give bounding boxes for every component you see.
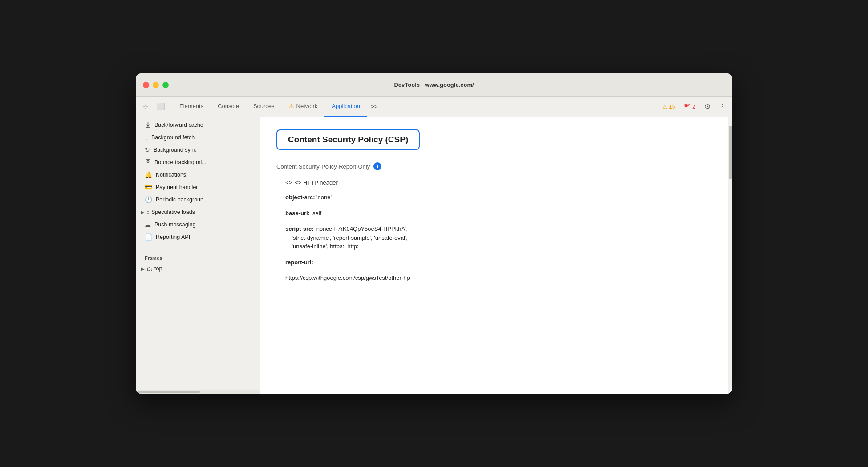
sidebar-item-back-forward-cache[interactable]: 🗄 Back/forward cache [136,119,260,131]
tab-elements[interactable]: Elements [172,97,211,117]
script-src-value: 'nonce-I-7rK04QpY5oeS4-HPPkhA', [314,225,408,232]
reporting-api-icon: 📄 [145,234,152,241]
report-uri-key: report-uri: [285,259,313,266]
main-content: 🗄 Back/forward cache ↕ Background fetch … [136,117,732,394]
tab-sources[interactable]: Sources [246,97,282,117]
object-src-value: 'none' [315,194,332,201]
speculative-loads-icon: ↕ [146,209,150,216]
maximize-button[interactable] [162,82,169,88]
content-wrapper: Content Security Policy (CSP) Content-Se… [260,117,728,394]
http-header-row: <> <> HTTP header [285,179,712,186]
devtools-window: DevTools - www.google.com/ ⊹ ⬜ Elements … [136,73,732,394]
policy-report-uri-value: https://csp.withgoogle.com/csp/gwsTest/o… [285,274,712,282]
sidebar-item-bounce-tracking[interactable]: 🗄 Bounce tracking mi... [136,156,260,169]
content-panel: Content Security Policy (CSP) Content-Se… [260,117,728,394]
bounce-tracking-icon: 🗄 [145,159,151,166]
tab-sources-label: Sources [253,103,275,109]
sidebar-item-reporting-api[interactable]: 📄 Reporting API [136,231,260,243]
sidebar-item-push-messaging[interactable]: ☁ Push messaging [136,218,260,231]
tab-console-label: Console [218,103,239,109]
sidebar-item-label: Payment handler [156,184,198,190]
policy-base-uri: base-uri: 'self' [285,209,712,218]
csp-header-row: Content-Security-Policy-Report-Only i [276,162,712,170]
title-bar: DevTools - www.google.com/ [136,73,732,97]
tabs-right-controls: ⚠ 15 🚩 2 ⚙ ⋮ [656,97,729,117]
base-uri-key: base-uri: [285,210,310,217]
tab-elements-label: Elements [179,103,203,109]
sidebar-item-label: Background fetch [151,134,195,141]
sidebar-item-label: Push messaging [154,221,195,228]
policy-label: Content-Security-Policy-Report-Only [276,163,370,170]
sidebar-item-label: Speculative loads [151,209,195,215]
window-title: DevTools - www.google.com/ [394,81,474,88]
device-toolbar-button[interactable]: ⬜ [154,101,167,113]
sidebar-item-label: Reporting API [156,234,190,240]
content-scrollbar-thumb [729,126,732,179]
csp-title: Content Security Policy (CSP) [288,135,408,144]
policy-script-src: script-src: 'nonce-I-7rK04QpY5oeS4-HPPkh… [285,225,712,251]
more-tabs-button[interactable]: >> [367,97,381,117]
background-sync-icon: ↻ [145,146,150,153]
info-icon[interactable]: i [373,162,381,170]
sidebar: 🗄 Back/forward cache ↕ Background fetch … [136,117,260,394]
error-count: 2 [692,104,695,110]
traffic-lights [143,82,169,88]
script-src-value-2: 'strict-dynamic', 'report-sample', 'unsa… [285,234,408,241]
report-uri-url: https://csp.withgoogle.com/csp/gwsTest/o… [285,274,410,281]
sidebar-item-label: Background sync [154,147,196,153]
sidebar-item-label: Bounce tracking mi... [154,159,207,165]
error-icon: 🚩 [684,104,690,110]
device-icon: ⬜ [157,103,165,111]
frames-top-icon: 🗂 [146,265,153,272]
sidebar-item-label: Periodic backgroun... [156,197,208,203]
network-warning-icon: ⚠ [289,103,294,109]
content-scrollbar[interactable] [728,117,732,394]
sidebar-item-payment-handler[interactable]: 💳 Payment handler [136,181,260,193]
inspect-icon: ⊹ [143,103,149,111]
close-button[interactable] [143,82,149,88]
back-forward-cache-icon: 🗄 [145,121,151,129]
frames-section-header: Frames [136,251,260,262]
base-uri-value: 'self' [310,210,323,217]
sidebar-scrollbar-thumb [138,391,200,393]
sidebar-item-speculative-loads[interactable]: ▶ ↕ Speculative loads [136,206,260,218]
inspect-element-button[interactable]: ⊹ [139,101,152,113]
background-fetch-icon: ↕ [145,134,148,141]
sidebar-item-notifications[interactable]: 🔔 Notifications [136,169,260,181]
frames-top-label: top [154,266,162,272]
code-brackets-icon: <> [285,179,292,186]
tab-application[interactable]: Application [324,97,367,117]
frames-expand-arrow-icon: ▶ [141,266,145,271]
policy-object-src: object-src: 'none' [285,193,712,202]
csp-policy-block: object-src: 'none' base-uri: 'self' scri… [276,193,712,282]
errors-button[interactable]: 🚩 2 [681,102,698,111]
minimize-button[interactable] [153,82,159,88]
policy-report-uri: report-uri: [285,258,712,267]
sidebar-scroll[interactable]: 🗄 Back/forward cache ↕ Background fetch … [136,117,260,390]
http-header-label: <> HTTP header [295,179,338,186]
more-options-icon: ⋮ [719,102,726,111]
tabs-bar: ⊹ ⬜ Elements Console Sources ⚠ Network A… [136,97,732,117]
more-options-button[interactable]: ⋮ [716,101,729,113]
sidebar-item-frames-top[interactable]: ▶ 🗂 top [136,262,260,275]
sidebar-item-label: Notifications [156,172,186,178]
more-tabs-icon: >> [371,103,377,110]
devtools-icon-buttons: ⊹ ⬜ [139,97,172,117]
tab-network-label: Network [296,103,318,109]
sidebar-bottom-scrollbar[interactable] [136,390,260,394]
warnings-button[interactable]: ⚠ 15 [659,102,678,111]
sidebar-item-background-sync[interactable]: ↻ Background sync [136,144,260,156]
script-src-value-3: 'unsafe-inline', https:, http: [285,243,359,250]
settings-icon: ⚙ [704,102,710,111]
tab-network[interactable]: ⚠ Network [282,97,325,117]
notifications-icon: 🔔 [145,171,152,178]
tab-console[interactable]: Console [211,97,246,117]
settings-button[interactable]: ⚙ [701,101,714,113]
sidebar-item-background-fetch[interactable]: ↕ Background fetch [136,131,260,144]
sidebar-item-periodic-background[interactable]: 🕐 Periodic backgroun... [136,193,260,206]
periodic-background-icon: 🕐 [145,196,152,203]
csp-title-box: Content Security Policy (CSP) [276,129,420,150]
sidebar-item-label: Back/forward cache [154,122,203,128]
payment-handler-icon: 💳 [145,184,152,191]
main-tabs: Elements Console Sources ⚠ Network Appli… [172,97,656,117]
